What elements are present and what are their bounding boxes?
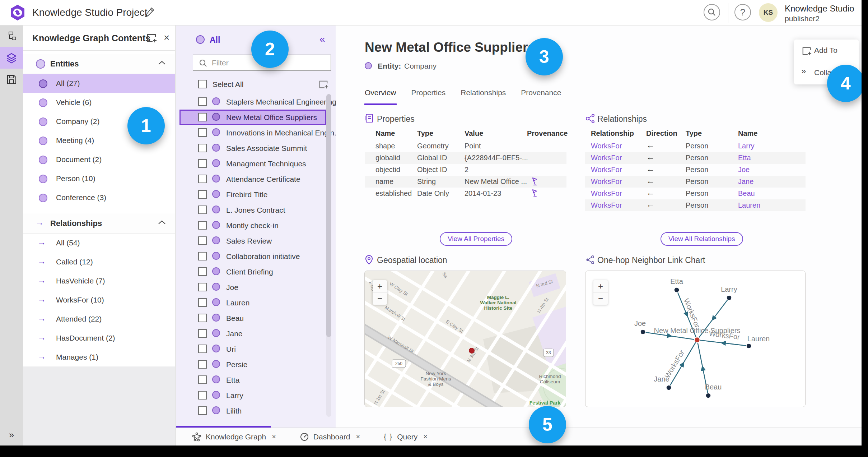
add-selection-to-map-icon[interactable]	[318, 79, 329, 89]
sidebar-item-worksfor[interactable]: →WorksFor (10)	[23, 291, 175, 310]
node-larry[interactable]	[727, 295, 732, 300]
node-center[interactable]	[695, 337, 700, 343]
item-checkbox[interactable]	[198, 144, 207, 152]
name-link[interactable]: Lauren	[738, 201, 760, 209]
link-chart-zoom-in-button[interactable]: +	[593, 280, 608, 292]
sidebar-item-called[interactable]: →Called (12)	[23, 253, 175, 272]
list-item[interactable]: Lauren	[176, 295, 336, 310]
view-all-relationships-button[interactable]: View All Relationships	[661, 232, 743, 246]
relationship-link[interactable]: WorksFor	[591, 166, 622, 174]
item-checkbox[interactable]	[198, 329, 207, 338]
relationship-link[interactable]: WorksFor	[591, 142, 622, 150]
provenance-flag-icon[interactable]	[531, 189, 538, 198]
select-all-checkbox[interactable]	[198, 80, 207, 88]
sidebar-item-manages[interactable]: →Manages (1)	[23, 348, 175, 367]
sidebar-item-hasdocument[interactable]: →HasDocument (2)	[23, 329, 175, 348]
user-avatar[interactable]: KS	[759, 3, 778, 22]
view-tab-knowledge-graph[interactable]: Knowledge Graph×	[192, 432, 276, 442]
sidebar-item-all[interactable]: All (27)	[23, 74, 175, 93]
name-link[interactable]: Larry	[738, 142, 755, 150]
list-item[interactable]: Sales Review	[176, 233, 336, 249]
list-item[interactable]: L. Jones Contract	[176, 202, 336, 218]
list-item[interactable]: Joe	[176, 280, 336, 295]
geospatial-map[interactable]: k RdW Clay StSaE Clay StMarshall StW Mar…	[364, 271, 566, 407]
close-tab-icon[interactable]: ×	[423, 433, 428, 441]
tab-overview[interactable]: Overview	[365, 88, 396, 105]
relationship-link[interactable]: WorksFor	[591, 177, 622, 186]
list-item[interactable]: Beau	[176, 310, 336, 326]
item-checkbox[interactable]	[198, 283, 207, 291]
sidebar-item-person[interactable]: Person (10)	[23, 169, 175, 188]
user-info[interactable]: Knowledge Studio publisher2	[785, 4, 854, 23]
list-item[interactable]: Etta	[176, 372, 336, 388]
name-link[interactable]: Jane	[738, 177, 753, 186]
data-model-rail-button[interactable]	[0, 26, 23, 47]
search-button[interactable]	[704, 4, 720, 20]
item-checkbox[interactable]	[198, 159, 207, 168]
list-item[interactable]: Collaboration initiative	[176, 249, 336, 264]
view-tab-dashboard[interactable]: Dashboard×	[300, 432, 360, 442]
add-to-menu-item[interactable]: Add To	[794, 40, 859, 62]
node-joe[interactable]	[640, 329, 645, 334]
name-link[interactable]: Etta	[738, 154, 751, 162]
section-header-relationships[interactable]: →Relationships	[23, 213, 175, 234]
item-checkbox[interactable]	[198, 190, 207, 199]
item-checkbox[interactable]	[198, 128, 207, 137]
list-item[interactable]: Client Briefing	[176, 264, 336, 280]
list-item[interactable]: New Metal Office Suppliers	[179, 110, 326, 125]
item-checkbox[interactable]	[198, 113, 207, 121]
tab-relationships[interactable]: Relationships	[461, 88, 506, 105]
collapse-panel-icon[interactable]: «	[319, 33, 325, 45]
item-checkbox[interactable]	[198, 360, 207, 369]
item-checkbox[interactable]	[198, 97, 207, 106]
view-tab-query[interactable]: { }Query×	[384, 433, 428, 441]
list-item[interactable]: Lilith	[176, 403, 336, 419]
list-item[interactable]: Managment Techniques	[176, 156, 336, 171]
list-item[interactable]: Montly check-in	[176, 218, 336, 233]
node-lauren[interactable]	[746, 343, 751, 348]
item-checkbox[interactable]	[198, 345, 207, 353]
node-beau[interactable]	[706, 393, 711, 398]
list-item[interactable]: Larry	[176, 388, 336, 403]
link-chart-zoom-out-button[interactable]: −	[593, 292, 608, 305]
sidebar-item-all[interactable]: →All (54)	[23, 234, 175, 253]
map-zoom-in-button[interactable]: +	[373, 280, 387, 292]
list-item[interactable]: Sales Associate Summit	[176, 140, 336, 156]
tab-provenance[interactable]: Provenance	[521, 88, 561, 105]
relationship-link[interactable]: WorksFor	[591, 189, 622, 198]
expand-rail-button[interactable]: »	[0, 429, 23, 440]
item-checkbox[interactable]	[198, 206, 207, 214]
close-tab-icon[interactable]: ×	[356, 433, 360, 441]
item-checkbox[interactable]	[198, 252, 207, 260]
item-checkbox[interactable]	[198, 391, 207, 400]
list-item[interactable]: Uri	[176, 341, 336, 357]
item-checkbox[interactable]	[198, 314, 207, 322]
edit-title-icon[interactable]	[144, 6, 155, 18]
relationship-link[interactable]: WorksFor	[591, 154, 622, 162]
one-hop-link-chart[interactable]: WorksForWorksForWorksForEttaLarryJoeLaur…	[585, 271, 806, 407]
add-to-new-map-icon[interactable]	[146, 33, 157, 43]
node-jane[interactable]	[666, 385, 671, 390]
item-checkbox[interactable]	[198, 406, 207, 415]
item-checkbox[interactable]	[198, 221, 207, 230]
list-item[interactable]: Innovations in Mechanical Engin...	[176, 125, 336, 140]
relationship-link[interactable]: WorksFor	[591, 201, 622, 209]
name-link[interactable]: Beau	[738, 189, 755, 198]
list-item[interactable]: Attendance Certificate	[176, 171, 336, 187]
list-item[interactable]: Persie	[176, 357, 336, 372]
list-item[interactable]: Staplers Mechanical Engineering	[176, 94, 336, 110]
item-checkbox[interactable]	[198, 267, 207, 276]
list-scrollbar-thumb[interactable]	[326, 94, 331, 337]
help-button[interactable]: ?	[734, 4, 751, 20]
sidebar-item-conference[interactable]: Conference (3)	[23, 188, 175, 207]
close-tab-icon[interactable]: ×	[272, 433, 276, 441]
sidebar-item-attended[interactable]: →Attended (22)	[23, 310, 175, 329]
provenance-flag-icon[interactable]	[531, 177, 538, 186]
item-checkbox[interactable]	[198, 236, 207, 245]
close-panel-icon[interactable]: ×	[164, 32, 169, 43]
list-item[interactable]: Firebird Title	[176, 187, 336, 202]
save-rail-button[interactable]	[0, 69, 23, 90]
contents-rail-button[interactable]	[0, 47, 23, 69]
sidebar-item-document[interactable]: Document (2)	[23, 150, 175, 169]
node-etta[interactable]	[674, 287, 679, 292]
